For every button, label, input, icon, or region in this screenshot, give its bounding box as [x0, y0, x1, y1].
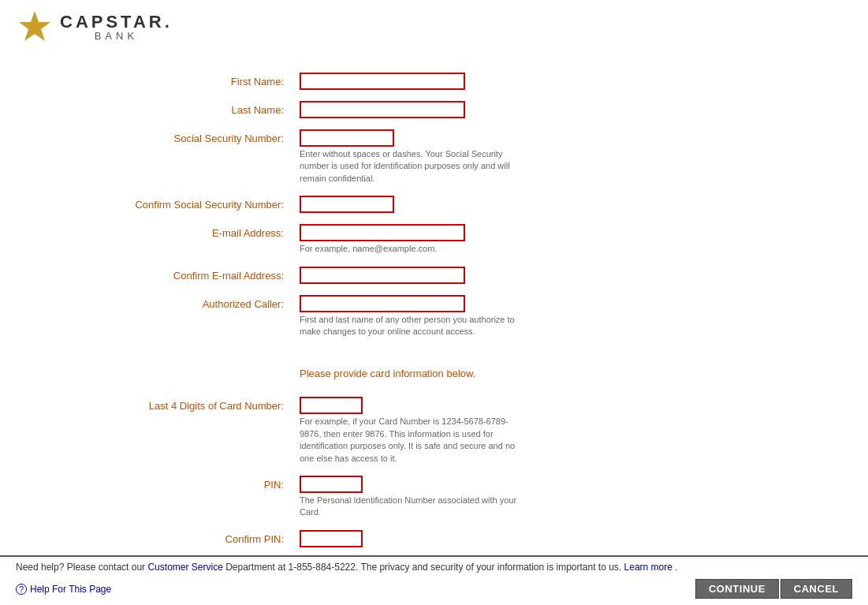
confirm-email-row: Confirm E-mail Address: — [32, 263, 836, 287]
email-label: E-mail Address: — [32, 224, 300, 239]
last-name-row: Last Name: — [32, 98, 836, 121]
footer-help-text: Need help? Please contact our Customer S… — [0, 557, 868, 576]
confirm-ssn-field-wrap — [300, 196, 836, 213]
email-row: E-mail Address: For example, name@exampl… — [32, 221, 836, 258]
card-section-header: Please provide card information below. — [300, 368, 475, 379]
help-text-period: . — [675, 562, 677, 573]
email-hint: For example, name@example.com. — [300, 243, 520, 255]
confirm-email-input[interactable] — [300, 267, 465, 284]
cancel-button[interactable]: CANCEL — [780, 579, 852, 599]
pin-hint: The Personal Identification Number assoc… — [300, 495, 520, 519]
confirm-pin-field-wrap — [300, 530, 836, 547]
email-field-wrap: For example, name@example.com. — [300, 224, 836, 255]
authorized-caller-label: Authorized Caller: — [32, 295, 300, 310]
pin-field-wrap: The Personal Identification Number assoc… — [300, 476, 836, 519]
ssn-field-wrap: Enter without spaces or dashes. Your Soc… — [300, 129, 836, 185]
confirm-pin-input[interactable] — [300, 530, 363, 547]
help-page-link[interactable]: ? Help For This Page — [16, 584, 111, 595]
svg-marker-0 — [19, 11, 50, 41]
email-input[interactable] — [300, 224, 465, 241]
pin-input[interactable] — [300, 476, 363, 493]
footer-buttons: ? Help For This Page CONTINUE CANCEL — [0, 576, 868, 605]
last-name-label: Last Name: — [32, 101, 300, 116]
ssn-row: Social Security Number: Enter without sp… — [32, 126, 836, 188]
authorized-caller-hint: First and last name of any other person … — [300, 314, 520, 338]
card-last4-row: Last 4 Digits of Card Number: For exampl… — [32, 394, 836, 468]
main-content: First Name: Last Name: Social Security N… — [0, 54, 868, 605]
last-name-field-wrap — [300, 101, 836, 118]
help-icon: ? — [16, 584, 27, 595]
learn-more-link[interactable]: Learn more — [624, 562, 672, 573]
card-last4-label: Last 4 Digits of Card Number: — [32, 397, 300, 412]
capstar-logo-star — [16, 8, 54, 46]
header: CAPSTAR. BANK — [0, 0, 868, 54]
card-last4-field-wrap: For example, if your Card Number is 1234… — [300, 397, 836, 465]
confirm-pin-row: Confirm PIN: — [32, 527, 836, 551]
logo-text: CAPSTAR. BANK — [60, 13, 173, 41]
help-page-label: Help For This Page — [30, 584, 111, 595]
confirm-ssn-row: Confirm Social Security Number: — [32, 192, 836, 216]
pin-row: PIN: The Personal Identification Number … — [32, 472, 836, 522]
first-name-row: First Name: — [32, 69, 836, 93]
confirm-pin-label: Confirm PIN: — [32, 530, 300, 545]
customer-service-link[interactable]: Customer Service — [147, 562, 222, 573]
authorized-caller-field-wrap: First and last name of any other person … — [300, 295, 836, 338]
last-name-input[interactable] — [300, 101, 465, 118]
confirm-ssn-label: Confirm Social Security Number: — [32, 196, 300, 211]
ssn-input[interactable] — [300, 129, 394, 147]
footer-bar: Need help? Please contact our Customer S… — [0, 555, 868, 605]
first-name-label: First Name: — [32, 73, 300, 88]
logo-bank: BANK — [60, 31, 173, 41]
section-spacer — [32, 352, 300, 387]
authorized-caller-row: Authorized Caller: First and last name o… — [32, 292, 836, 342]
card-section: Please provide card information below. — [32, 345, 836, 394]
authorized-caller-input[interactable] — [300, 295, 465, 312]
card-last4-hint: For example, if your Card Number is 1234… — [300, 416, 520, 465]
help-text-suffix: Department at 1-855-884-5222. The privac… — [225, 562, 624, 573]
card-last4-input[interactable] — [300, 397, 363, 414]
confirm-email-field-wrap — [300, 267, 836, 284]
ssn-hint: Enter without spaces or dashes. Your Soc… — [300, 148, 520, 185]
help-text-prefix: Need help? Please contact our — [16, 562, 147, 573]
first-name-input[interactable] — [300, 73, 465, 90]
continue-button[interactable]: CONTINUE — [695, 579, 779, 599]
logo-capstar: CAPSTAR. — [60, 13, 173, 31]
pin-label: PIN: — [32, 476, 300, 491]
first-name-field-wrap — [300, 73, 836, 90]
confirm-email-label: Confirm E-mail Address: — [32, 267, 300, 282]
confirm-ssn-input[interactable] — [300, 196, 394, 213]
ssn-label: Social Security Number: — [32, 129, 300, 144]
